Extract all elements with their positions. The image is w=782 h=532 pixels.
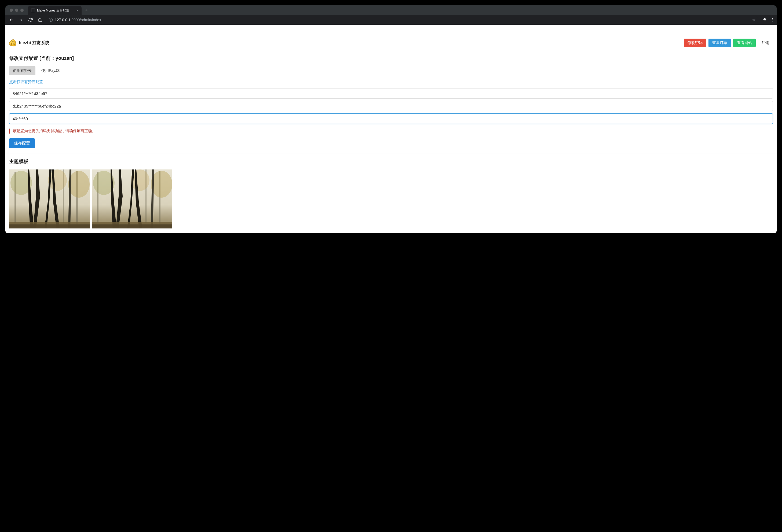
site-header: $ $ $ biezhi 打赏系统 修改密码 查看订单 查看网站 注销 (5, 36, 777, 50)
menu-dots-icon[interactable] (770, 18, 775, 22)
client-id-input[interactable] (9, 88, 773, 99)
theme-thumbnail[interactable] (9, 169, 90, 228)
browser-tab[interactable]: Make Money 后台配置 × (28, 6, 81, 15)
provider-tabs: 使用有赞云 使用PayJS (9, 66, 773, 75)
change-password-button[interactable]: 修改密码 (684, 39, 706, 47)
svg-point-8 (68, 171, 90, 198)
new-tab-button[interactable]: + (81, 8, 91, 12)
url-host: 127.0.0.1 (55, 18, 70, 22)
svg-point-0 (772, 18, 773, 19)
address-bar[interactable]: i 127.0.0.1:9000/admin/index ☆ (46, 16, 758, 24)
reload-button[interactable] (27, 16, 34, 24)
svg-rect-20 (92, 224, 172, 228)
svg-rect-11 (9, 224, 90, 228)
minimize-window-button[interactable] (15, 9, 18, 12)
brand-title: biezhi 打赏系统 (19, 40, 49, 46)
url-path: :9000/admin/index (70, 18, 101, 22)
client-secret-input[interactable] (9, 101, 773, 111)
incognito-icon[interactable] (763, 18, 767, 22)
warning-text: 该配置为您提供扫码支付功能，请确保填写正确。 (9, 129, 773, 134)
page-content: $ $ $ biezhi 打赏系统 修改密码 查看订单 查看网站 注销 修改支付… (5, 25, 777, 233)
themes-section: 主题模板 (5, 153, 777, 233)
theme-thumbnail[interactable] (92, 169, 172, 228)
svg-point-1 (772, 20, 773, 21)
brand: $ $ $ biezhi 打赏系统 (9, 39, 49, 46)
svg-point-2 (772, 21, 773, 22)
back-button[interactable] (7, 16, 15, 24)
coins-icon: $ $ $ (9, 39, 16, 46)
forward-button[interactable] (17, 16, 25, 24)
maximize-window-button[interactable] (21, 9, 24, 12)
site-info-icon[interactable]: i (49, 18, 52, 22)
tab-payjs[interactable]: 使用PayJS (38, 66, 63, 75)
tab-title: Make Money 后台配置 (37, 8, 69, 13)
section-title: 修改支付配置 [当前：youzan] (9, 55, 773, 62)
view-orders-button[interactable]: 查看订单 (708, 39, 731, 47)
save-config-button[interactable]: 保存配置 (9, 138, 35, 148)
home-button[interactable] (36, 16, 44, 24)
logout-link[interactable]: 注销 (758, 39, 773, 47)
warning-note: 该配置为您提供扫码支付功能，请确保填写正确。 (9, 128, 773, 134)
top-spacer (5, 25, 777, 36)
bookmark-star-icon[interactable]: ☆ (752, 18, 756, 22)
close-window-button[interactable] (10, 9, 13, 12)
browser-toolbar: i 127.0.0.1:9000/admin/index ☆ (5, 15, 777, 25)
themes-title: 主题模板 (9, 158, 773, 165)
tab-youzan[interactable]: 使用有赞云 (9, 66, 35, 75)
browser-titlebar: Make Money 后台配置 × + (5, 5, 777, 15)
file-icon (31, 9, 35, 12)
kdt-id-input[interactable] (9, 113, 773, 124)
view-site-button[interactable]: 查看网站 (733, 39, 756, 47)
close-tab-icon[interactable]: × (76, 9, 78, 12)
window-controls (10, 9, 24, 12)
payment-config-section: 修改支付配置 [当前：youzan] 使用有赞云 使用PayJS 点击获取有赞云… (5, 50, 777, 153)
youzan-help-link[interactable]: 点击获取有赞云配置 (9, 80, 43, 84)
svg-point-17 (151, 171, 172, 198)
